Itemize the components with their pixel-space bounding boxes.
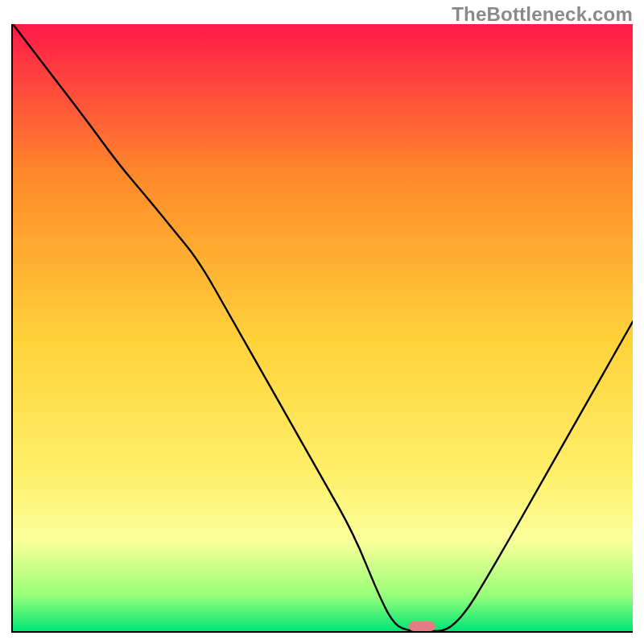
watermark-text: TheBottleneck.com: [452, 3, 633, 26]
chart-plot-area: [13, 24, 633, 631]
optimal-marker: [409, 621, 435, 631]
background-rect: [13, 24, 633, 631]
